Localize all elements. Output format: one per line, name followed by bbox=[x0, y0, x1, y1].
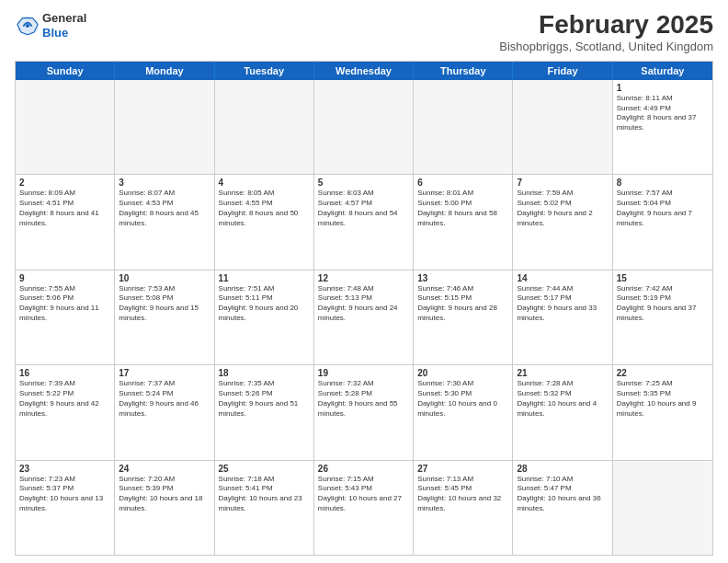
calendar-cell: 21Sunrise: 7:28 AM Sunset: 5:32 PM Dayli… bbox=[513, 365, 612, 459]
day-number: 19 bbox=[318, 368, 409, 378]
cell-info: Sunrise: 7:20 AM Sunset: 5:39 PM Dayligh… bbox=[119, 475, 210, 514]
logo-general: General bbox=[42, 11, 86, 25]
calendar-cell: 18Sunrise: 7:35 AM Sunset: 5:26 PM Dayli… bbox=[215, 365, 314, 459]
header-thursday: Thursday bbox=[414, 62, 513, 80]
cell-info: Sunrise: 7:55 AM Sunset: 5:06 PM Dayligh… bbox=[19, 284, 110, 324]
calendar-cell: 3Sunrise: 8:07 AM Sunset: 4:53 PM Daylig… bbox=[115, 175, 214, 269]
cell-info: Sunrise: 7:30 AM Sunset: 5:30 PM Dayligh… bbox=[417, 379, 508, 419]
calendar-cell bbox=[215, 80, 314, 174]
calendar-cell: 8Sunrise: 7:57 AM Sunset: 5:04 PM Daylig… bbox=[613, 175, 712, 269]
cell-info: Sunrise: 7:23 AM Sunset: 5:37 PM Dayligh… bbox=[19, 475, 110, 514]
cell-info: Sunrise: 7:46 AM Sunset: 5:15 PM Dayligh… bbox=[417, 284, 508, 324]
calendar-cell bbox=[16, 80, 115, 174]
day-number: 5 bbox=[318, 178, 409, 188]
day-number: 8 bbox=[617, 178, 709, 188]
day-number: 12 bbox=[318, 273, 409, 283]
calendar-body: 1Sunrise: 8:11 AM Sunset: 4:49 PM Daylig… bbox=[16, 80, 712, 555]
header: General Blue February 2025 Bishopbriggs,… bbox=[15, 11, 713, 53]
day-number: 11 bbox=[219, 273, 310, 283]
cell-info: Sunrise: 7:59 AM Sunset: 5:02 PM Dayligh… bbox=[517, 189, 608, 228]
cell-info: Sunrise: 8:07 AM Sunset: 4:53 PM Dayligh… bbox=[119, 189, 210, 228]
day-number: 13 bbox=[417, 273, 508, 283]
day-number: 9 bbox=[19, 273, 110, 283]
logo-icon bbox=[15, 13, 40, 39]
calendar-cell: 7Sunrise: 7:59 AM Sunset: 5:02 PM Daylig… bbox=[513, 175, 612, 269]
day-number: 3 bbox=[119, 178, 210, 188]
calendar: Sunday Monday Tuesday Wednesday Thursday… bbox=[15, 61, 713, 556]
calendar-cell: 28Sunrise: 7:10 AM Sunset: 5:47 PM Dayli… bbox=[513, 461, 612, 555]
cell-info: Sunrise: 7:57 AM Sunset: 5:04 PM Dayligh… bbox=[617, 189, 709, 228]
day-number: 24 bbox=[119, 464, 210, 474]
title-block: February 2025 Bishopbriggs, Scotland, Un… bbox=[499, 11, 713, 53]
cell-info: Sunrise: 7:13 AM Sunset: 5:45 PM Dayligh… bbox=[417, 475, 508, 514]
calendar-cell: 9Sunrise: 7:55 AM Sunset: 5:06 PM Daylig… bbox=[16, 270, 115, 364]
cell-info: Sunrise: 8:11 AM Sunset: 4:49 PM Dayligh… bbox=[617, 94, 709, 133]
cell-info: Sunrise: 7:44 AM Sunset: 5:17 PM Dayligh… bbox=[517, 284, 608, 324]
day-number: 26 bbox=[318, 464, 409, 474]
day-number: 17 bbox=[119, 368, 210, 378]
cell-info: Sunrise: 7:37 AM Sunset: 5:24 PM Dayligh… bbox=[119, 379, 210, 419]
calendar-cell: 4Sunrise: 8:05 AM Sunset: 4:55 PM Daylig… bbox=[215, 175, 314, 269]
day-number: 4 bbox=[219, 178, 310, 188]
day-number: 22 bbox=[617, 368, 709, 378]
header-monday: Monday bbox=[115, 62, 214, 80]
day-number: 23 bbox=[19, 464, 110, 474]
day-number: 21 bbox=[517, 368, 608, 378]
calendar-cell: 16Sunrise: 7:39 AM Sunset: 5:22 PM Dayli… bbox=[16, 365, 115, 459]
calendar-cell: 1Sunrise: 8:11 AM Sunset: 4:49 PM Daylig… bbox=[613, 80, 712, 174]
header-saturday: Saturday bbox=[613, 62, 712, 80]
calendar-cell: 23Sunrise: 7:23 AM Sunset: 5:37 PM Dayli… bbox=[16, 461, 115, 555]
calendar-cell: 25Sunrise: 7:18 AM Sunset: 5:41 PM Dayli… bbox=[215, 461, 314, 555]
calendar-header: Sunday Monday Tuesday Wednesday Thursday… bbox=[16, 62, 712, 80]
logo-blue: Blue bbox=[42, 26, 68, 40]
cell-info: Sunrise: 8:09 AM Sunset: 4:51 PM Dayligh… bbox=[19, 189, 110, 228]
calendar-cell: 12Sunrise: 7:48 AM Sunset: 5:13 PM Dayli… bbox=[314, 270, 414, 364]
day-number: 16 bbox=[19, 368, 110, 378]
cell-info: Sunrise: 7:35 AM Sunset: 5:26 PM Dayligh… bbox=[219, 379, 310, 419]
calendar-cell: 13Sunrise: 7:46 AM Sunset: 5:15 PM Dayli… bbox=[414, 270, 513, 364]
cell-info: Sunrise: 7:51 AM Sunset: 5:11 PM Dayligh… bbox=[219, 284, 310, 324]
day-number: 1 bbox=[617, 83, 709, 93]
page: General Blue February 2025 Bishopbriggs,… bbox=[0, 0, 728, 563]
day-number: 7 bbox=[517, 178, 608, 188]
logo-text: General Blue bbox=[42, 11, 86, 40]
calendar-cell: 26Sunrise: 7:15 AM Sunset: 5:43 PM Dayli… bbox=[314, 461, 414, 555]
cell-info: Sunrise: 7:39 AM Sunset: 5:22 PM Dayligh… bbox=[19, 379, 110, 419]
calendar-cell: 24Sunrise: 7:20 AM Sunset: 5:39 PM Dayli… bbox=[115, 461, 214, 555]
cell-info: Sunrise: 7:42 AM Sunset: 5:19 PM Dayligh… bbox=[617, 284, 709, 324]
calendar-cell bbox=[513, 80, 612, 174]
calendar-cell: 27Sunrise: 7:13 AM Sunset: 5:45 PM Dayli… bbox=[414, 461, 513, 555]
calendar-cell: 5Sunrise: 8:03 AM Sunset: 4:57 PM Daylig… bbox=[314, 175, 414, 269]
calendar-row: 1Sunrise: 8:11 AM Sunset: 4:49 PM Daylig… bbox=[16, 80, 712, 175]
calendar-cell bbox=[314, 80, 414, 174]
day-number: 6 bbox=[417, 178, 508, 188]
calendar-cell: 22Sunrise: 7:25 AM Sunset: 5:35 PM Dayli… bbox=[613, 365, 712, 459]
header-friday: Friday bbox=[513, 62, 612, 80]
day-number: 28 bbox=[517, 464, 608, 474]
cell-info: Sunrise: 7:10 AM Sunset: 5:47 PM Dayligh… bbox=[517, 475, 608, 514]
calendar-cell bbox=[115, 80, 214, 174]
day-number: 2 bbox=[19, 178, 110, 188]
cell-info: Sunrise: 7:32 AM Sunset: 5:28 PM Dayligh… bbox=[318, 379, 409, 419]
calendar-row: 2Sunrise: 8:09 AM Sunset: 4:51 PM Daylig… bbox=[16, 175, 712, 270]
cell-info: Sunrise: 7:53 AM Sunset: 5:08 PM Dayligh… bbox=[119, 284, 210, 324]
day-number: 27 bbox=[417, 464, 508, 474]
cell-info: Sunrise: 8:01 AM Sunset: 5:00 PM Dayligh… bbox=[417, 189, 508, 228]
calendar-cell: 19Sunrise: 7:32 AM Sunset: 5:28 PM Dayli… bbox=[314, 365, 414, 459]
cell-info: Sunrise: 7:48 AM Sunset: 5:13 PM Dayligh… bbox=[318, 284, 409, 324]
calendar-cell: 14Sunrise: 7:44 AM Sunset: 5:17 PM Dayli… bbox=[513, 270, 612, 364]
day-number: 20 bbox=[417, 368, 508, 378]
calendar-cell bbox=[414, 80, 513, 174]
day-number: 10 bbox=[119, 273, 210, 283]
calendar-row: 9Sunrise: 7:55 AM Sunset: 5:06 PM Daylig… bbox=[16, 270, 712, 365]
calendar-row: 16Sunrise: 7:39 AM Sunset: 5:22 PM Dayli… bbox=[16, 365, 712, 460]
svg-point-2 bbox=[26, 23, 29, 27]
cell-info: Sunrise: 8:03 AM Sunset: 4:57 PM Dayligh… bbox=[318, 189, 409, 228]
calendar-cell: 17Sunrise: 7:37 AM Sunset: 5:24 PM Dayli… bbox=[115, 365, 214, 459]
month-year: February 2025 bbox=[499, 11, 713, 40]
calendar-cell: 15Sunrise: 7:42 AM Sunset: 5:19 PM Dayli… bbox=[613, 270, 712, 364]
logo: General Blue bbox=[15, 11, 86, 40]
cell-info: Sunrise: 7:15 AM Sunset: 5:43 PM Dayligh… bbox=[318, 475, 409, 514]
calendar-row: 23Sunrise: 7:23 AM Sunset: 5:37 PM Dayli… bbox=[16, 461, 712, 555]
day-number: 14 bbox=[517, 273, 608, 283]
